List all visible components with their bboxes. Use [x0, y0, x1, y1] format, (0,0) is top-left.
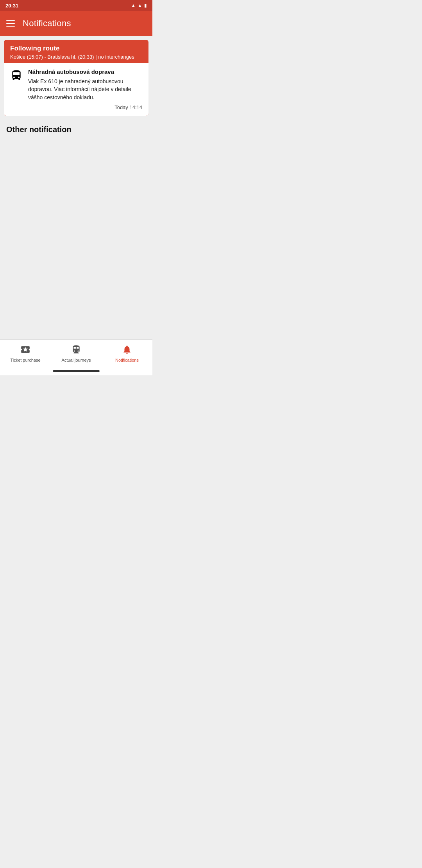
notification-item[interactable]: Náhradná autobusová doprava Vlak Ex 610 …: [4, 63, 148, 116]
signal-icon: ▲: [131, 3, 136, 8]
route-header: Following route Košice (15:07) - Bratisl…: [4, 40, 148, 63]
other-notification-section: Other notification: [0, 116, 152, 139]
nav-ticket-purchase[interactable]: Ticket purchase: [0, 340, 51, 367]
home-bar: [53, 370, 100, 372]
following-route-label: Following route: [10, 45, 142, 52]
actual-journeys-label: Actual journeys: [61, 358, 91, 362]
status-time: 20:31: [5, 3, 18, 9]
status-bar: 20:31 ▲ ▲ ▮: [0, 0, 152, 11]
notification-title: Náhradná autobusová doprava: [28, 68, 142, 75]
menu-button[interactable]: [6, 20, 15, 27]
wifi-icon: ▲: [138, 3, 142, 8]
header: Notifications: [0, 11, 152, 36]
status-icons: ▲ ▲ ▮: [131, 3, 147, 8]
notification-text: Vlak Ex 610 je nahradený autobusovou dop…: [28, 77, 142, 101]
train-icon: [71, 344, 81, 356]
home-indicator: [0, 367, 152, 375]
page-title: Notifications: [23, 18, 71, 29]
nav-notifications[interactable]: Notifications: [102, 340, 152, 367]
route-detail: Košice (15:07) - Bratislava hl. (20:33) …: [10, 54, 142, 60]
main-content: Following route Košice (15:07) - Bratisl…: [0, 36, 152, 339]
notification-time: Today 14:14: [28, 104, 142, 110]
ticket-purchase-label: Ticket purchase: [10, 358, 40, 362]
bus-icon-wrap: [10, 69, 23, 110]
bus-icon: [10, 69, 23, 82]
notifications-label: Notifications: [115, 358, 139, 362]
battery-icon: ▮: [144, 3, 147, 8]
ticket-icon: [20, 344, 30, 356]
nav-actual-journeys[interactable]: Actual journeys: [51, 340, 102, 367]
route-card[interactable]: Following route Košice (15:07) - Bratisl…: [4, 40, 148, 116]
bottom-nav: Ticket purchase Actual journeys Notifica…: [0, 339, 152, 367]
notification-body: Náhradná autobusová doprava Vlak Ex 610 …: [28, 68, 142, 110]
notification-bell-icon: [122, 344, 132, 356]
